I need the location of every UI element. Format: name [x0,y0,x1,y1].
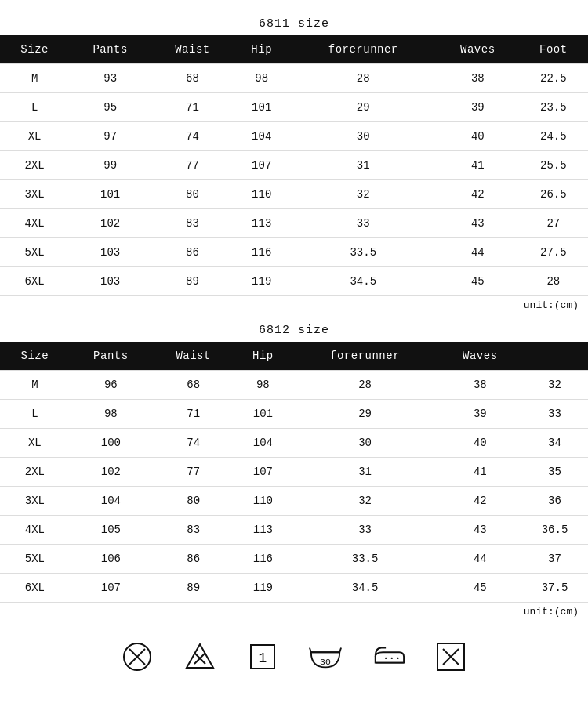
table-cell: 34.5 [291,574,438,603]
col-header: Waist [151,35,234,64]
col-header: Hip [234,35,290,64]
table-cell: 6XL [0,574,70,603]
table-cell: 38 [437,64,519,93]
table-cell: 74 [151,122,234,151]
table-cell: 93 [69,64,151,93]
col-header: Hip [234,342,291,371]
table-cell: 45 [437,267,519,296]
table-cell: 74 [152,429,234,458]
table-cell: 119 [234,574,291,603]
unit-label-2: unit:(cm) [0,603,588,621]
no-tumble-dry-icon [183,640,217,674]
table-6811: SizePantsWaistHipforerunnerWavesFoot M93… [0,35,588,296]
table-row: 4XL10283113334327 [0,209,588,238]
table-cell: 4XL [0,516,70,545]
table-row: 5XL1038611633.54427.5 [0,238,588,267]
table-cell: 28 [291,371,438,400]
col-header: Size [0,35,69,64]
table-cell: 86 [151,238,234,267]
table-cell: 37 [521,545,588,574]
table-cell: 29 [291,400,438,429]
table-row: 2XL9977107314125.5 [0,151,588,180]
table-cell: 33 [291,516,438,545]
table-cell: 23.5 [519,93,588,122]
col-header: Pants [69,35,151,64]
table-cell: 37.5 [521,574,588,603]
table-cell: 26.5 [519,180,588,209]
table-cell: 2XL [0,458,70,487]
col-header [521,342,588,371]
table-cell: 68 [152,371,234,400]
table-cell: 4XL [0,209,69,238]
table-cell: 36.5 [521,516,588,545]
table-cell: 110 [234,487,291,516]
table-row: XL9774104304024.5 [0,122,588,151]
table-cell: 42 [439,487,521,516]
table-row: M966898283832 [0,371,588,400]
section-title-2: 6812 size [0,324,588,337]
table-cell: 36 [521,487,588,516]
table-cell: 22.5 [519,64,588,93]
table-cell: 113 [234,209,290,238]
table-6812: SizePantsWaistHipforerunnerWaves M966898… [0,342,588,603]
table-cell: 43 [439,516,521,545]
col-header: Waves [437,35,519,64]
table-cell: 6XL [0,267,69,296]
col-header: Waves [439,342,521,371]
table-cell: 41 [439,458,521,487]
table-cell: 106 [70,545,152,574]
table-cell: M [0,64,69,93]
table-cell: 33.5 [290,238,437,267]
table-cell: 119 [234,267,290,296]
col-header: forerunner [290,35,437,64]
table-cell: 43 [437,209,519,238]
table-cell: 100 [70,429,152,458]
table-cell: 31 [291,458,438,487]
table-row: L9871101293933 [0,400,588,429]
table-cell: 3XL [0,180,69,209]
table-cell: 98 [234,64,290,93]
table-cell: 35 [521,458,588,487]
svg-point-13 [385,658,387,659]
table-cell: 103 [69,238,151,267]
table-cell: 77 [152,458,234,487]
table-cell: 30 [290,122,437,151]
table-cell: 34 [521,429,588,458]
table-cell: 110 [234,180,290,209]
table-cell: 107 [234,458,291,487]
table-cell: 68 [151,64,234,93]
svg-point-14 [391,658,393,659]
svg-marker-3 [187,644,213,668]
table-cell: 83 [152,516,234,545]
table-cell: 80 [151,180,234,209]
table-cell: 99 [69,151,151,180]
table-cell: XL [0,122,69,151]
table-cell: 83 [151,209,234,238]
table-row: 6XL1038911934.54528 [0,267,588,296]
table-cell: 41 [437,151,519,180]
svg-line-10 [339,648,341,653]
table-cell: 27 [519,209,588,238]
table-cell: 44 [437,238,519,267]
table-cell: 71 [151,93,234,122]
table-cell: 2XL [0,151,69,180]
table-row: 2XL10277107314135 [0,458,588,487]
col-header: forerunner [291,342,438,371]
table-cell: 40 [439,429,521,458]
table-cell: 101 [234,93,290,122]
table-cell: 33 [290,209,437,238]
table-cell: 104 [70,487,152,516]
table-cell: 28 [290,64,437,93]
table-row: 4XL10583113334336.5 [0,516,588,545]
table-cell: 116 [234,238,290,267]
table-cell: 104 [234,122,290,151]
col-header: Waist [152,342,234,371]
table-cell: 98 [234,371,291,400]
table-cell: 28 [519,267,588,296]
table-cell: 44 [439,545,521,574]
dry-clean-icon: 1 [245,640,280,674]
table-cell: 95 [69,93,151,122]
table-cell: 104 [234,429,291,458]
table-cell: 42 [437,180,519,209]
table-cell: XL [0,429,70,458]
